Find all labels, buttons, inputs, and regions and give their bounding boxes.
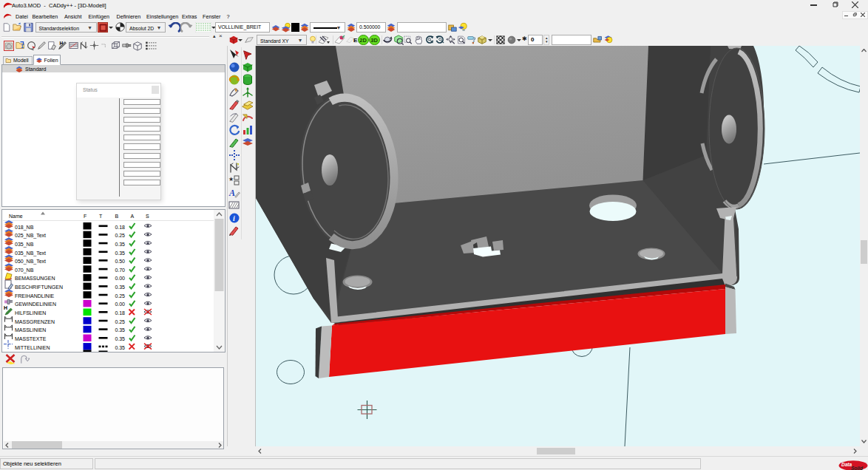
- svg-text:0.18: 0.18: [115, 225, 125, 230]
- svg-text:3D: 3D: [370, 37, 378, 44]
- svg-text:0.50: 0.50: [115, 259, 125, 264]
- svg-text:GEWINDELINIEN: GEWINDELINIEN: [15, 302, 56, 307]
- svg-text:0.35: 0.35: [115, 336, 125, 341]
- svg-text:0.35: 0.35: [115, 242, 125, 247]
- svg-text:035_NB: 035_NB: [15, 242, 34, 248]
- svg-text:T: T: [99, 214, 103, 219]
- svg-text:BESCHRIFTUNGEN: BESCHRIFTUNGEN: [15, 285, 63, 290]
- svg-text:MASSLINIEN: MASSLINIEN: [15, 327, 46, 333]
- svg-text:Name: Name: [9, 214, 23, 219]
- svg-text:025_NB_Text: 025_NB_Text: [15, 233, 46, 239]
- svg-text:S: S: [146, 214, 149, 219]
- svg-text:0.35: 0.35: [115, 327, 125, 333]
- svg-text:F: F: [84, 214, 87, 219]
- svg-text:0.25: 0.25: [115, 319, 125, 324]
- svg-text:070_NB: 070_NB: [15, 268, 34, 273]
- svg-text:FREIHANDLINIE: FREIHANDLINIE: [15, 293, 55, 299]
- svg-text:BEMASSUNGEN: BEMASSUNGEN: [15, 276, 55, 281]
- svg-text:1: 1: [21, 44, 24, 49]
- svg-text:0.35: 0.35: [115, 251, 125, 256]
- svg-text:035_NB_Text: 035_NB_Text: [15, 251, 46, 256]
- svg-text:2D: 2D: [359, 37, 367, 44]
- svg-text:050_NB_Text: 050_NB_Text: [15, 259, 46, 265]
- svg-text:0.70: 0.70: [115, 268, 125, 273]
- svg-text:MASSTEXTE: MASSTEXTE: [15, 336, 47, 341]
- svg-text:MASSGRENZEN: MASSGRENZEN: [15, 319, 55, 324]
- svg-text:B: B: [115, 214, 119, 219]
- svg-text:MITTELLINIEN: MITTELLINIEN: [15, 345, 50, 350]
- svg-text:Solid: Solid: [851, 466, 864, 470]
- svg-text:A: A: [131, 214, 135, 219]
- svg-text:0.25: 0.25: [115, 233, 125, 238]
- svg-text:0.35: 0.35: [115, 285, 125, 290]
- svg-text:A: A: [228, 188, 235, 198]
- svg-text:0.18: 0.18: [115, 310, 125, 316]
- svg-text:0.00: 0.00: [115, 302, 125, 307]
- svg-text:★: ★: [228, 176, 234, 183]
- svg-text:HILFSLINIEN: HILFSLINIEN: [15, 310, 46, 316]
- svg-text:0.00: 0.00: [115, 276, 125, 281]
- svg-text:0.25: 0.25: [115, 293, 125, 299]
- svg-text:018_NB: 018_NB: [15, 225, 34, 231]
- svg-text:i: i: [233, 214, 235, 222]
- svg-text:0.35: 0.35: [115, 345, 125, 350]
